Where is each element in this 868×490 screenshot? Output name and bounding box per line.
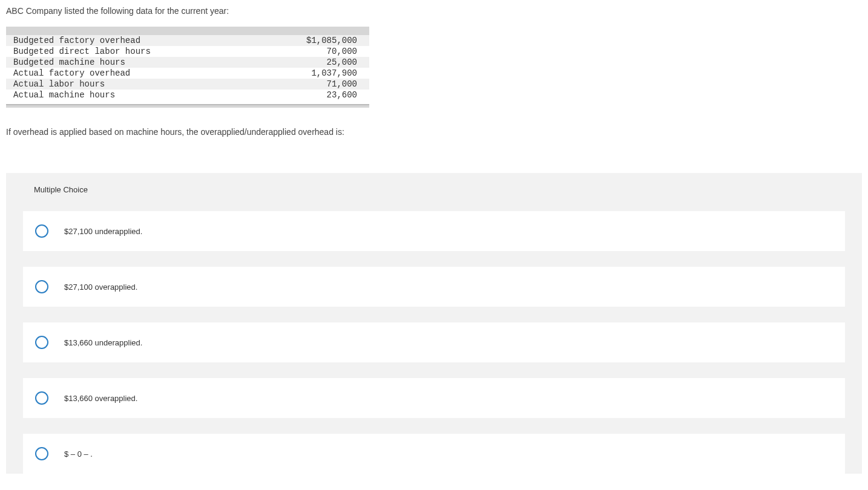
- choice-item[interactable]: $27,100 overapplied.: [23, 267, 845, 307]
- table-footer-bar: [6, 104, 369, 108]
- table-cell-label: Actual machine hours: [6, 90, 242, 100]
- table-cell-value: 70,000: [242, 46, 369, 57]
- radio-icon[interactable]: [35, 391, 48, 405]
- table-row: Actual factory overhead 1,037,900: [6, 68, 369, 79]
- choice-label: $27,100 overapplied.: [64, 283, 137, 292]
- table-cell-label: Budgeted machine hours: [6, 57, 242, 68]
- choice-item[interactable]: $27,100 underapplied.: [23, 211, 845, 251]
- table-row: Actual machine hours 23,600: [6, 90, 369, 100]
- table-cell-label: Actual labor hours: [6, 79, 242, 90]
- data-table: Budgeted factory overhead $1,085,000 Bud…: [6, 27, 369, 100]
- table-header-row: [6, 27, 369, 35]
- radio-icon[interactable]: [35, 336, 48, 349]
- table-cell-value: 1,037,900: [242, 68, 369, 79]
- radio-icon[interactable]: [35, 224, 48, 238]
- multiple-choice-title: Multiple Choice: [6, 185, 862, 211]
- table-cell-label: Budgeted factory overhead: [6, 35, 242, 46]
- table-cell-value: $1,085,000: [242, 35, 369, 46]
- table-cell-value: 25,000: [242, 57, 369, 68]
- question-text: If overhead is applied based on machine …: [6, 127, 862, 137]
- choice-label: $13,660 overapplied.: [64, 394, 137, 403]
- radio-icon[interactable]: [35, 447, 48, 460]
- choice-label: $13,660 underapplied.: [64, 338, 142, 347]
- table-row: Actual labor hours 71,000: [6, 79, 369, 90]
- table-row: Budgeted direct labor hours 70,000: [6, 46, 369, 57]
- table-cell-value: 71,000: [242, 79, 369, 90]
- table-cell-label: Actual factory overhead: [6, 68, 242, 79]
- choice-list: $27,100 underapplied. $27,100 overapplie…: [6, 211, 862, 474]
- choice-item[interactable]: $13,660 underapplied.: [23, 322, 845, 362]
- multiple-choice-container: Multiple Choice $27,100 underapplied. $2…: [6, 173, 862, 474]
- choice-item[interactable]: $ – 0 – .: [23, 434, 845, 474]
- table-cell-value: 23,600: [242, 90, 369, 100]
- table-cell-label: Budgeted direct labor hours: [6, 46, 242, 57]
- choice-label: $27,100 underapplied.: [64, 227, 142, 236]
- choice-label: $ – 0 – .: [64, 449, 93, 459]
- radio-icon[interactable]: [35, 280, 48, 293]
- table-row: Budgeted factory overhead $1,085,000: [6, 35, 369, 46]
- intro-text: ABC Company listed the following data fo…: [6, 6, 862, 16]
- table-row: Budgeted machine hours 25,000: [6, 57, 369, 68]
- choice-item[interactable]: $13,660 overapplied.: [23, 378, 845, 418]
